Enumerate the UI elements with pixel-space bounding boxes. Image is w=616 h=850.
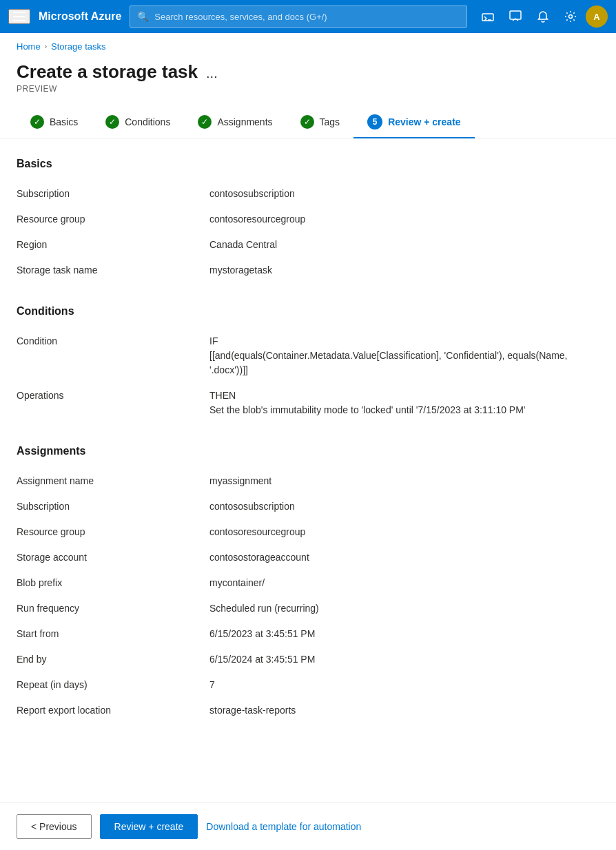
table-row: Subscription contososubscription — [17, 494, 599, 519]
more-options-button[interactable]: ... — [206, 65, 218, 81]
report-export-label: Report export location — [17, 698, 209, 723]
svg-rect-0 — [13, 12, 25, 13]
svg-rect-5 — [510, 11, 521, 19]
breadcrumb-home[interactable]: Home — [17, 41, 41, 52]
assignment-rg-label: Resource group — [17, 519, 209, 545]
subscription-value: contososubscription — [209, 181, 599, 207]
storage-account-value: contosostorageaccount — [209, 545, 599, 570]
page-title: Create a storage task — [17, 61, 198, 83]
repeat-label: Repeat (in days) — [17, 672, 209, 698]
conditions-section: Conditions Condition IF [[and(equals(Con… — [17, 305, 599, 423]
search-input[interactable] — [154, 12, 460, 22]
assignment-name-value: myassignment — [209, 468, 599, 494]
tab-tags[interactable]: ✓ Tags — [287, 108, 354, 137]
main-content: Basics Subscription contososubscription … — [0, 138, 616, 765]
feedback-button[interactable] — [503, 4, 528, 29]
conditions-table: Condition IF [[and(equals(Container.Meta… — [17, 329, 599, 423]
table-row: Resource group contosoresourcegroup — [17, 519, 599, 545]
basics-check-icon: ✓ — [30, 115, 44, 129]
resource-group-label: Resource group — [17, 207, 209, 232]
storage-task-name-label: Storage task name — [17, 258, 209, 283]
basics-section-title: Basics — [17, 158, 599, 170]
azure-logo: Microsoft Azure — [39, 10, 121, 23]
svg-rect-2 — [13, 20, 25, 21]
assignments-section-title: Assignments — [17, 445, 599, 457]
condition-expression: [[and(equals(Container.Metadata.Value[Cl… — [209, 349, 599, 377]
tab-assignments-label: Assignments — [217, 116, 272, 127]
table-row: End by 6/15/2024 at 3:45:51 PM — [17, 647, 599, 672]
search-bar[interactable]: 🔍 — [130, 6, 467, 28]
page-subtitle: PREVIEW — [0, 83, 616, 94]
avatar[interactable]: A — [586, 6, 608, 28]
breadcrumb-storage-tasks[interactable]: Storage tasks — [51, 41, 106, 52]
assignment-subscription-label: Subscription — [17, 494, 209, 519]
operations-value: THEN Set the blob's immutability mode to… — [209, 383, 599, 423]
table-row: Region Canada Central — [17, 232, 599, 258]
conditions-check-icon: ✓ — [105, 115, 119, 129]
notifications-button[interactable] — [531, 4, 555, 29]
tab-review[interactable]: 5 Review + create — [353, 107, 474, 138]
hamburger-menu-button[interactable] — [8, 9, 30, 24]
blob-prefix-label: Blob prefix — [17, 570, 209, 596]
resource-group-value: contosoresourcegroup — [209, 207, 599, 232]
page-header: Create a storage task ... — [0, 56, 616, 83]
condition-if: IF — [209, 334, 599, 349]
cloud-shell-button[interactable] — [475, 4, 500, 29]
breadcrumb-separator-1: › — [45, 43, 47, 50]
tab-review-label: Review + create — [388, 116, 460, 127]
region-label: Region — [17, 232, 209, 258]
search-icon: 🔍 — [137, 11, 149, 22]
conditions-section-title: Conditions — [17, 305, 599, 318]
operations-expression: Set the blob's immutability mode to 'loc… — [209, 403, 599, 417]
repeat-value: 7 — [209, 672, 599, 698]
operations-label: Operations — [17, 383, 209, 423]
table-row: Condition IF [[and(equals(Container.Meta… — [17, 329, 599, 383]
table-row: Start from 6/15/2023 at 3:45:51 PM — [17, 621, 599, 647]
assignment-rg-value: contosoresourcegroup — [209, 519, 599, 545]
assignments-section: Assignments Assignment name myassignment… — [17, 445, 599, 723]
table-row: Run frequency Scheduled run (recurring) — [17, 596, 599, 621]
end-by-label: End by — [17, 647, 209, 672]
storage-account-label: Storage account — [17, 545, 209, 570]
tab-conditions-label: Conditions — [125, 116, 170, 127]
basics-section: Basics Subscription contososubscription … — [17, 158, 599, 283]
table-row: Blob prefix mycontainer/ — [17, 570, 599, 596]
run-frequency-value: Scheduled run (recurring) — [209, 596, 599, 621]
table-row: Operations THEN Set the blob's immutabil… — [17, 383, 599, 423]
operations-then: THEN — [209, 388, 599, 403]
settings-button[interactable] — [558, 4, 583, 29]
table-row: Report export location storage-task-repo… — [17, 698, 599, 723]
subscription-label: Subscription — [17, 181, 209, 207]
breadcrumb: Home › Storage tasks — [0, 33, 616, 56]
tab-conditions[interactable]: ✓ Conditions — [92, 108, 184, 137]
svg-point-8 — [569, 15, 573, 19]
tab-assignments[interactable]: ✓ Assignments — [184, 108, 286, 137]
topbar: Microsoft Azure 🔍 A — [0, 0, 616, 33]
tab-tags-label: Tags — [320, 116, 340, 127]
svg-rect-1 — [13, 16, 25, 17]
assignment-name-label: Assignment name — [17, 468, 209, 494]
basics-table: Subscription contososubscription Resourc… — [17, 181, 599, 283]
tags-check-icon: ✓ — [300, 115, 314, 129]
table-row: Assignment name myassignment — [17, 468, 599, 494]
table-row: Storage task name mystoragetask — [17, 258, 599, 283]
start-from-value: 6/15/2023 at 3:45:51 PM — [209, 621, 599, 647]
condition-label: Condition — [17, 329, 209, 383]
run-frequency-label: Run frequency — [17, 596, 209, 621]
end-by-value: 6/15/2024 at 3:45:51 PM — [209, 647, 599, 672]
table-row: Storage account contosostorageaccount — [17, 545, 599, 570]
assignment-subscription-value: contososubscription — [209, 494, 599, 519]
wizard-tabs: ✓ Basics ✓ Conditions ✓ Assignments ✓ Ta… — [0, 94, 616, 138]
tab-basics-label: Basics — [50, 116, 78, 127]
storage-task-name-value: mystoragetask — [209, 258, 599, 283]
table-row: Subscription contososubscription — [17, 181, 599, 207]
table-row: Repeat (in days) 7 — [17, 672, 599, 698]
review-badge: 5 — [367, 114, 382, 129]
table-row: Resource group contosoresourcegroup — [17, 207, 599, 232]
assignments-table: Assignment name myassignment Subscriptio… — [17, 468, 599, 723]
start-from-label: Start from — [17, 621, 209, 647]
tab-basics[interactable]: ✓ Basics — [17, 108, 92, 137]
condition-value: IF [[and(equals(Container.Metadata.Value… — [209, 329, 599, 383]
blob-prefix-value: mycontainer/ — [209, 570, 599, 596]
topbar-icons: A — [475, 4, 608, 29]
